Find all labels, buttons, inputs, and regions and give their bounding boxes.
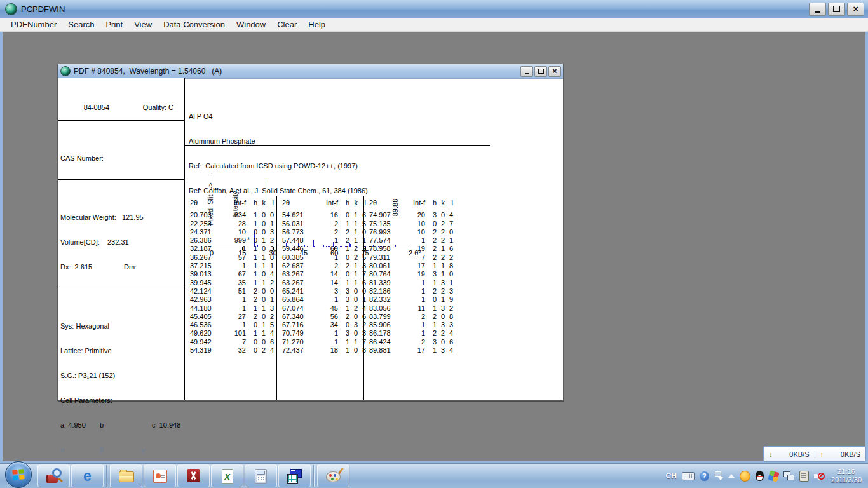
table-row: 63.26714017: [282, 270, 363, 278]
cell-c: c 10.948: [152, 421, 180, 429]
taskbar-button-adobe-reader[interactable]: [177, 464, 210, 487]
language-indicator[interactable]: CH: [666, 471, 677, 480]
table-row: 56.0312115: [282, 220, 363, 228]
minimize-icon: [815, 11, 820, 13]
column-header: 2θ: [190, 199, 223, 207]
minimize-button[interactable]: [809, 3, 826, 16]
table-row: 82.1861223: [369, 287, 563, 295]
table-row: 78.95819216: [369, 245, 563, 253]
table-row: 42.12451200: [190, 287, 276, 295]
keyboard-icon[interactable]: [682, 472, 695, 480]
column-header: Int-f: [223, 199, 246, 207]
download-arrow-icon: ↓: [769, 451, 773, 458]
table-row: 79.3117222: [369, 254, 563, 262]
taskbar-button-file-explorer[interactable]: [110, 464, 142, 487]
mute-speaker-icon[interactable]: [814, 471, 825, 481]
taskbar-separator: [313, 465, 315, 487]
close-icon: [853, 4, 858, 14]
taskbar-button-pcpdf-database[interactable]: [278, 464, 311, 487]
table-row: 70.7491303: [282, 329, 363, 337]
menu-item-pdfnumber[interactable]: PDFNumber: [5, 20, 62, 29]
compound-info: Al P O4 Aluminum Phosphate Ref: Calculat…: [185, 95, 563, 128]
volume-cd: Volume[CD]: 232.31: [60, 238, 182, 247]
table-row: 39.01367104: [190, 270, 276, 278]
table-row: 24.37110003: [190, 228, 276, 236]
download-speed: ↓ 0KB/S: [764, 451, 815, 458]
card-body: 84-0854Quality: C CAS Number: Molecular …: [58, 78, 563, 400]
taskbar-button-search-tool[interactable]: [37, 464, 70, 487]
table-row: 49.620101114: [190, 329, 276, 337]
table-row: 67.34056206: [282, 313, 363, 321]
pdf-card-window: PDF # 840854, Wavelength = 1.54060 (A) 8…: [57, 64, 564, 401]
taskbar-button-calculator[interactable]: [245, 464, 277, 487]
upload-arrow-icon: ↑: [820, 451, 824, 458]
quality: Quality: C: [143, 104, 173, 111]
upload-speed: ↑ 0KB/S: [815, 451, 866, 458]
dm-value: Dm:: [124, 263, 137, 271]
taskbar-button-excel[interactable]: [211, 464, 243, 487]
table-row: 54.62116016: [282, 211, 363, 219]
beta-label: β: [100, 446, 142, 454]
column-header: l: [266, 199, 274, 207]
taskbar-button-paint[interactable]: [317, 464, 349, 487]
card-minimize-button[interactable]: [520, 66, 533, 77]
menu-item-search[interactable]: Search: [62, 20, 100, 29]
column-header: 2θ: [282, 199, 315, 207]
column-header: l: [445, 199, 453, 207]
card-maximize-button[interactable]: [534, 66, 547, 77]
cell-parameters-label: Cell Parameters:: [60, 396, 182, 405]
table-row: 67.71634032: [282, 321, 363, 329]
table-row: 22.25328101: [190, 220, 276, 228]
network-monitor-icon[interactable]: [783, 471, 794, 480]
tray-clock[interactable]: 21:16 2011/3/30: [831, 468, 862, 484]
app-title: PCPDFWIN: [21, 4, 65, 14]
table-row: 20.703234100: [190, 211, 276, 219]
menu-item-print[interactable]: Print: [100, 20, 128, 29]
powerpoint-icon: [152, 468, 168, 484]
chemical-formula: Al P O4: [189, 112, 563, 121]
table-row: 89.88117134: [369, 346, 563, 355]
column-header: h: [246, 199, 257, 207]
table-row: 32.1871103: [190, 245, 276, 253]
paint-palette-icon: [325, 468, 342, 484]
sogou-icon[interactable]: [768, 470, 779, 482]
messenger-icon[interactable]: [740, 471, 750, 482]
table-row: 62.6872213: [282, 262, 363, 270]
taskbar-button-powerpoint[interactable]: [144, 464, 176, 487]
table-row: 77.5741221: [369, 236, 563, 245]
minimize-icon: [525, 73, 529, 74]
table-row: 49.9427006: [190, 338, 276, 346]
menu-item-view[interactable]: View: [128, 20, 158, 29]
taskbar-button-internet-explorer[interactable]: [71, 464, 104, 487]
taskbar: CH 21:16 2011/3/30: [0, 463, 868, 488]
show-hidden-icons[interactable]: [728, 474, 735, 478]
table-row: 37.2151111: [190, 262, 276, 270]
network-monitor-widget[interactable]: ↓ 0KB/S ↑ 0KB/S: [763, 446, 866, 462]
main-window-titlebar[interactable]: PCPDFWIN: [0, 0, 868, 18]
table-row: 86.1781224: [369, 329, 563, 337]
close-button[interactable]: [847, 3, 864, 16]
menu-item-clear[interactable]: Clear: [271, 20, 302, 29]
power-icon[interactable]: [799, 471, 809, 482]
table-row: 71.2701117: [282, 338, 363, 346]
xrd-table: 2θInt-fhkl20.70323410022.2532810124.3711…: [185, 196, 563, 400]
card-titlebar[interactable]: PDF # 840854, Wavelength = 1.54060 (A): [58, 64, 563, 79]
column-header: h: [425, 199, 437, 207]
help-icon[interactable]: [700, 471, 709, 481]
menu-item-data-conversion[interactable]: Data Conversion: [158, 20, 231, 29]
menu-item-window[interactable]: Window: [231, 20, 271, 29]
table-row: 83.05611132: [369, 304, 563, 313]
card-close-button[interactable]: [548, 66, 561, 77]
clock-time: 21:16: [831, 468, 862, 476]
menu-item-help[interactable]: Help: [302, 20, 331, 29]
table-row: 72.43718108: [282, 346, 363, 355]
maximize-button[interactable]: [828, 3, 845, 16]
start-button[interactable]: [5, 461, 32, 488]
table-row: 85.9061133: [369, 321, 563, 329]
table-header-row: 2θInt-fhkl: [190, 199, 276, 207]
qq-icon[interactable]: [756, 471, 764, 481]
column-header: Int-f: [402, 199, 425, 207]
card-right-panel: Al P O4 Aluminum Phosphate Ref: Calculat…: [185, 78, 563, 400]
table-row: 76.99310220: [369, 228, 563, 236]
app-window-icon[interactable]: [714, 471, 723, 481]
